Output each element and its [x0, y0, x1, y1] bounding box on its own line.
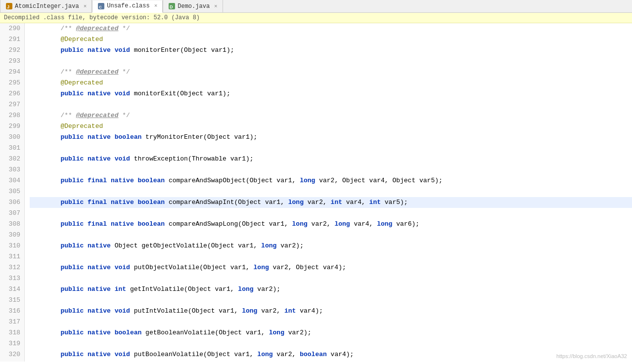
code-line-301	[30, 143, 632, 154]
svg-text:D: D	[170, 4, 173, 9]
token: native	[88, 132, 111, 143]
token: void	[115, 154, 130, 164]
code-lines: /** @deprecated */ @Deprecated public na…	[25, 23, 632, 362]
token	[84, 175, 88, 186]
token: putIntVolatile(Object var1,	[130, 306, 242, 317]
tab-label-demo: Demo.java	[178, 3, 210, 10]
code-line-291: @Deprecated	[30, 34, 632, 45]
code-line-294: /** @deprecated */	[30, 67, 632, 78]
line-num-319: 319	[4, 338, 20, 349]
token: long	[300, 175, 315, 186]
token: native	[111, 219, 134, 230]
line-num-301: 301	[4, 143, 20, 154]
token: var6);	[392, 219, 419, 230]
line-num-320: 320	[4, 349, 20, 360]
token: public	[60, 45, 84, 56]
token: long	[292, 219, 308, 230]
line-num-294: 294	[4, 67, 20, 78]
tab-label-unsafe: Unsafe.class	[107, 2, 149, 9]
code-container: 2902912922932942952962972982993003013023…	[0, 23, 632, 362]
token: boolean	[138, 175, 165, 186]
token: native	[88, 262, 111, 273]
code-line-308: public final native boolean compareAndSw…	[30, 219, 632, 230]
line-num-292: 292	[4, 45, 20, 56]
token	[30, 78, 60, 88]
token	[111, 327, 115, 338]
token	[84, 154, 88, 164]
token: monitorEnter(Object var1);	[130, 45, 234, 56]
token: public	[60, 262, 84, 273]
token: native	[88, 284, 111, 295]
code-line-320: public native void putBooleanVolatile(Ob…	[30, 349, 632, 360]
token: */	[118, 67, 130, 78]
token: boolean	[300, 349, 327, 360]
line-num-295: 295	[4, 78, 20, 88]
token: boolean	[115, 132, 142, 143]
token	[30, 306, 60, 317]
token: public	[60, 306, 84, 317]
token: var2);	[276, 241, 304, 251]
token: var2,	[257, 306, 284, 317]
token: public	[60, 327, 84, 338]
token: compareAndSwapLong(Object var1,	[165, 219, 292, 230]
tab-close-unsafe[interactable]: ×	[154, 3, 158, 9]
token: var2, Object var4, Object var5);	[315, 175, 442, 186]
code-line-312: public native void putObjectVolatile(Obj…	[30, 262, 632, 273]
token	[30, 23, 60, 34]
token	[111, 132, 115, 143]
token: boolean	[138, 197, 165, 208]
line-num-298: 298	[4, 110, 20, 121]
tab-atomic[interactable]: JAtomicInteger.java×	[0, 0, 92, 12]
token: public	[60, 219, 84, 230]
token	[30, 327, 60, 338]
token: var2);	[284, 327, 312, 338]
token: int	[284, 306, 296, 317]
code-line-297	[30, 99, 632, 110]
line-num-306: 306	[4, 197, 20, 208]
code-line-303	[30, 164, 632, 175]
code-line-302: public native void throwException(Throwa…	[30, 154, 632, 164]
token: int	[331, 197, 342, 208]
line-num-307: 307	[4, 208, 20, 219]
token	[30, 262, 60, 273]
token	[30, 45, 60, 56]
tab-close-atomic[interactable]: ×	[84, 3, 87, 9]
token: final	[88, 219, 107, 230]
code-line-317	[30, 317, 632, 327]
token: native	[111, 175, 134, 186]
tab-demo[interactable]: DDemo.java×	[163, 0, 223, 12]
line-num-291: 291	[4, 34, 20, 45]
token	[30, 154, 60, 164]
token: native	[88, 154, 111, 164]
code-line-305	[30, 186, 632, 197]
token: long	[238, 284, 253, 295]
code-line-293	[30, 56, 632, 67]
token: native	[88, 241, 111, 251]
line-num-297: 297	[4, 99, 20, 110]
token: var2,	[273, 349, 300, 360]
token: void	[115, 88, 130, 99]
token: /**	[60, 110, 76, 121]
code-line-319	[30, 338, 632, 349]
token: native	[88, 88, 111, 99]
token: var2, Object var4);	[269, 262, 346, 273]
token	[84, 327, 88, 338]
tab-unsafe[interactable]: CUnsafe.class×	[92, 0, 163, 13]
token: public	[60, 132, 84, 143]
token: var5);	[381, 197, 408, 208]
code-line-290: /** @deprecated */	[30, 23, 632, 34]
token	[30, 175, 60, 186]
tab-close-demo[interactable]: ×	[214, 3, 218, 9]
code-line-313	[30, 273, 632, 284]
token: getIntVolatile(Object var1,	[126, 284, 238, 295]
token	[30, 34, 60, 45]
token	[111, 45, 115, 56]
line-num-316: 316	[4, 306, 20, 317]
token: compareAndSwapInt(Object var1,	[165, 197, 288, 208]
token: final	[88, 175, 107, 186]
svg-text:C: C	[99, 5, 102, 9]
token: @Deprecated	[60, 78, 103, 88]
token	[111, 306, 115, 317]
token: long	[288, 197, 304, 208]
token	[107, 219, 111, 230]
